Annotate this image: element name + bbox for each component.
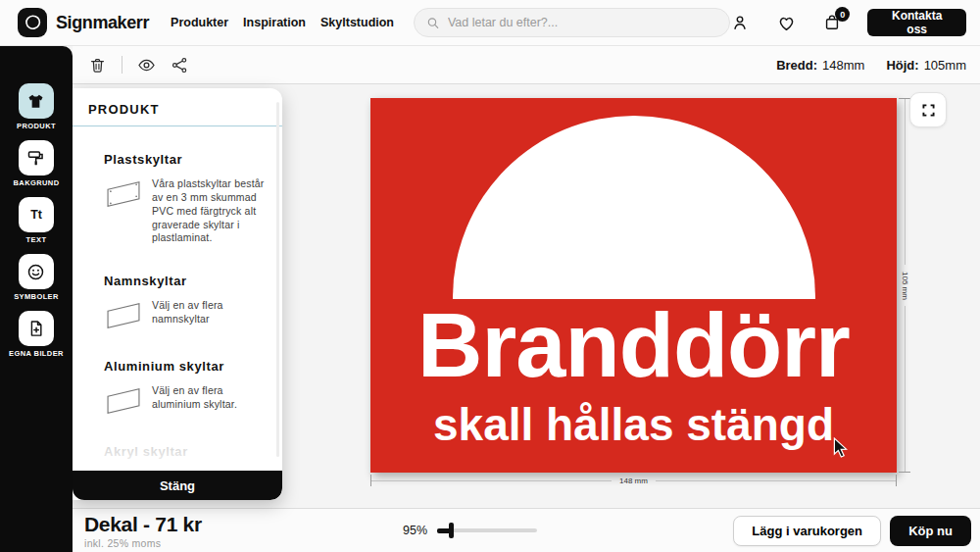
paint-roller-icon (19, 140, 54, 176)
sidebar-item-bakgrund[interactable]: BAKGRUND (14, 140, 60, 187)
sign-plate-icon (104, 386, 143, 416)
nav-link-skyltstudion[interactable]: Skyltstudion (320, 16, 394, 29)
sign-dome-shape (453, 116, 815, 299)
top-navbar: Signmakerr Produkter Inspiration Skyltst… (0, 0, 980, 46)
contact-button[interactable]: Kontakta oss (867, 9, 966, 36)
sign-text-line1[interactable]: Branddörr (370, 300, 897, 390)
cart-count-badge: 0 (835, 7, 850, 22)
height-dimension-line: 105 mm (899, 98, 910, 473)
panel-scrollbar[interactable] (276, 102, 279, 457)
zoom-level-label: 95% (403, 524, 427, 537)
width-dimension: Bredd:148mm (776, 58, 864, 73)
sign-dimensions: Bredd:148mm Höjd:105mm (776, 58, 966, 73)
bottom-bar: Dekal - 71 kr inkl. 25% moms 95% Lägg i … (73, 508, 980, 552)
height-dimension-label: 105 mm (901, 265, 909, 307)
product-item-namnskyltar[interactable]: Namnskyltar Välj en av flera namnskyltar (104, 274, 269, 330)
vat-note: inkl. 25% moms (84, 537, 202, 549)
navbar-icons: 0 (730, 13, 842, 32)
product-item-aluminium[interactable]: Aluminium skyltar Välj en av flera alumi… (104, 359, 269, 416)
product-list: Plastskyltar Våra plastskyltar består av… (73, 126, 282, 500)
file-add-icon (19, 311, 54, 346)
sidebar-item-produkt[interactable]: PRODUKT (17, 83, 56, 130)
person-icon (730, 13, 750, 32)
add-to-cart-button[interactable]: Lägg i varukorgen (733, 516, 881, 546)
product-price: Dekal - 71 kr (84, 513, 202, 536)
zoom-slider[interactable] (437, 523, 537, 538)
height-dimension: Höjd:105mm (886, 58, 966, 73)
zoom-control: 95% (403, 523, 537, 538)
fullscreen-icon (920, 102, 937, 119)
account-button[interactable] (730, 13, 750, 32)
sidebar-item-symboler[interactable]: SYMBOLER (14, 254, 59, 301)
brand-name[interactable]: Signmakerr (56, 13, 149, 33)
cart-button[interactable]: 0 (822, 13, 842, 32)
smiley-icon (19, 254, 54, 289)
sign-preview[interactable]: Branddörr skall hållas stängd (370, 98, 897, 473)
sign-plate-icon (104, 301, 143, 330)
favorites-button[interactable] (776, 13, 796, 32)
buy-now-button[interactable]: Köp nu (890, 516, 971, 546)
share-icon[interactable] (171, 56, 189, 75)
close-panel-button[interactable]: Stäng (73, 471, 282, 500)
text-style-icon: Tt (19, 197, 54, 232)
width-dimension-label: 148 mm (612, 477, 656, 485)
sidebar-item-egna-bilder[interactable]: EGNA BILDER (9, 311, 64, 358)
main-nav: Produkter Inspiration Skyltstudion (171, 16, 394, 29)
nav-link-inspiration[interactable]: Inspiration (243, 16, 306, 29)
product-item-plastskyltar[interactable]: Plastskyltar Våra plastskyltar består av… (104, 152, 269, 245)
delete-icon[interactable] (88, 56, 107, 75)
sidebar-item-text[interactable]: Tt TEXT (19, 197, 54, 244)
svg-text:Tt: Tt (30, 208, 42, 222)
toolbar-divider (122, 56, 122, 74)
panel-title: PRODUKT (73, 88, 282, 125)
heart-icon (776, 13, 797, 33)
search-bar[interactable] (414, 8, 730, 37)
zoom-slider-handle[interactable] (449, 523, 454, 538)
brand-logo-icon[interactable] (18, 8, 47, 37)
width-dimension-line: 148 mm (370, 475, 897, 486)
price-block: Dekal - 71 kr inkl. 25% moms (84, 513, 202, 549)
sign-text-line2[interactable]: skall hållas stängd (370, 402, 897, 447)
product-panel: PRODUKT Plastskyltar Våra plastskyltar b… (73, 88, 282, 500)
search-icon (426, 16, 440, 30)
tool-sidebar: PRODUKT BAKGRUND Tt TEXT (0, 46, 73, 552)
fullscreen-button[interactable] (909, 92, 947, 127)
tshirt-icon (19, 83, 54, 119)
preview-eye-icon[interactable] (137, 56, 156, 75)
editor-toolbar: Bredd:148mm Höjd:105mm (73, 46, 980, 84)
pebble-icon (22, 12, 43, 33)
search-input[interactable] (448, 16, 717, 29)
sign-plate-icon (104, 179, 143, 209)
nav-link-produkter[interactable]: Produkter (171, 16, 228, 29)
signmaker-app: Signmakerr Produkter Inspiration Skyltst… (0, 0, 980, 552)
